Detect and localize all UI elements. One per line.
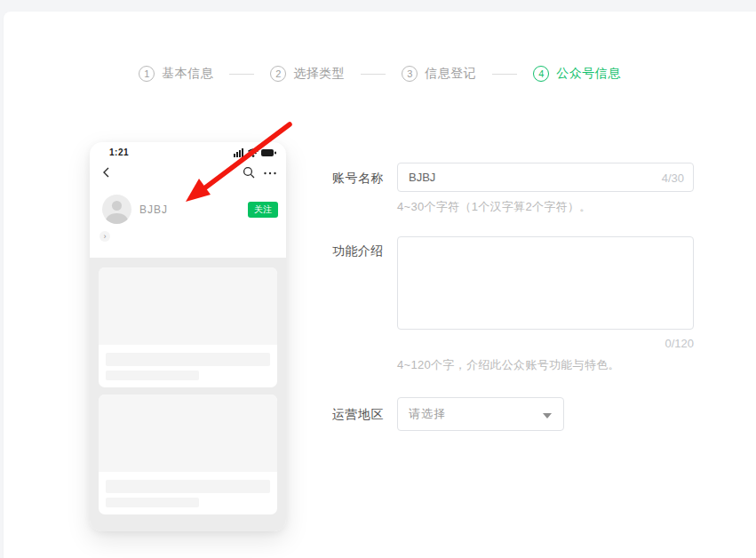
step-info-registration: 3 信息登记 xyxy=(402,66,476,82)
registration-page: 1 基本信息 2 选择类型 3 信息登记 4 公众号信息 1:21 xyxy=(0,0,756,558)
status-time: 1:21 xyxy=(109,147,129,157)
step-number-badge: 1 xyxy=(139,66,155,82)
feed-title-placeholder xyxy=(106,353,270,366)
function-intro-label: 功能介绍 xyxy=(332,243,384,259)
feed-subtitle-placeholder xyxy=(106,371,199,380)
account-name-input[interactable] xyxy=(398,163,693,191)
step-label: 公众号信息 xyxy=(556,66,621,82)
operating-region-label: 运营地区 xyxy=(332,407,384,423)
function-intro-counter: 0/120 xyxy=(397,337,694,350)
feed-card-placeholder xyxy=(99,395,277,514)
step-official-account-info: 4 公众号信息 xyxy=(533,66,621,82)
feed-image-placeholder xyxy=(99,395,277,472)
feed-title-placeholder xyxy=(106,480,270,493)
feed-subtitle-placeholder xyxy=(106,498,199,507)
operating-region-placeholder: 请选择 xyxy=(409,406,446,422)
step-label: 信息登记 xyxy=(425,66,476,82)
more-icon[interactable] xyxy=(263,166,277,179)
battery-icon xyxy=(261,148,276,157)
step-number-badge: 3 xyxy=(402,66,418,82)
function-intro-hint: 4~120个字，介绍此公众账号功能与特色。 xyxy=(397,357,620,373)
account-name-hint: 4~30个字符（1个汉字算2个字符）。 xyxy=(397,199,591,215)
function-intro-field-wrap xyxy=(397,236,694,330)
step-divider xyxy=(492,74,517,75)
feed-card-placeholder xyxy=(99,267,277,387)
account-name-field-wrap: 4/30 xyxy=(397,163,694,192)
wifi-icon xyxy=(248,148,259,157)
content-card: 1 基本信息 2 选择类型 3 信息登记 4 公众号信息 1:21 xyxy=(4,12,756,558)
account-name-label: 账号名称 xyxy=(332,171,384,187)
operating-region-select[interactable]: 请选择 xyxy=(397,397,564,431)
person-icon xyxy=(102,195,131,224)
feed-image-placeholder xyxy=(99,267,277,345)
chevron-down-icon xyxy=(543,413,552,418)
step-label: 基本信息 xyxy=(162,66,213,82)
step-number-badge: 4 xyxy=(533,66,549,82)
back-icon[interactable] xyxy=(99,165,114,179)
wizard-stepper: 1 基本信息 2 选择类型 3 信息登记 4 公众号信息 xyxy=(4,60,756,87)
step-label: 选择类型 xyxy=(293,66,345,82)
function-intro-textarea[interactable] xyxy=(398,237,693,329)
nav-actions xyxy=(243,166,277,179)
account-name-preview: BJBJ xyxy=(139,203,168,216)
account-name-counter: 4/30 xyxy=(662,171,684,185)
step-divider xyxy=(361,74,386,75)
feed-placeholder-area xyxy=(90,258,286,531)
step-choose-type: 2 选择类型 xyxy=(270,66,345,82)
follow-button[interactable]: 关注 xyxy=(248,202,278,218)
chevron-right-icon[interactable]: › xyxy=(99,231,110,242)
account-avatar xyxy=(102,195,131,224)
step-number-badge: 2 xyxy=(270,66,286,82)
search-icon[interactable] xyxy=(243,166,255,179)
status-icons xyxy=(234,148,276,157)
step-basic-info: 1 基本信息 xyxy=(139,66,213,82)
phone-preview: 1:21 xyxy=(90,142,286,531)
signal-icon xyxy=(234,148,245,157)
step-divider xyxy=(229,74,254,75)
